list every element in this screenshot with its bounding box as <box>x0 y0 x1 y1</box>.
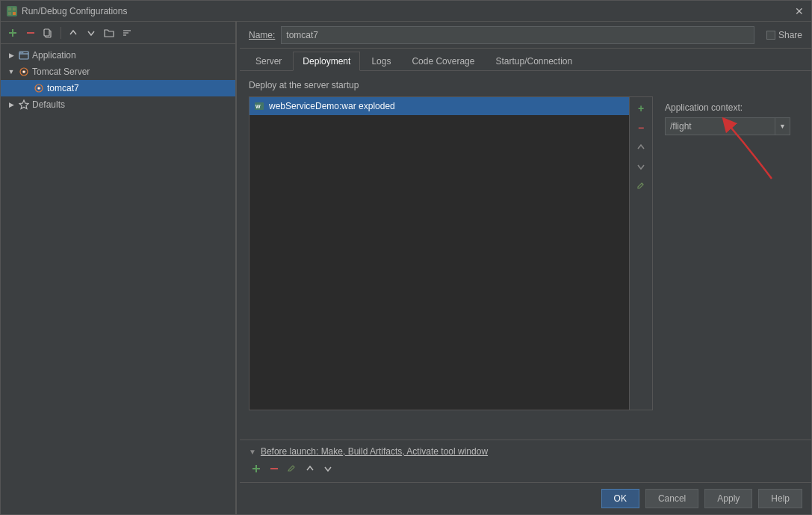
tree-arrow-application: ▶ <box>7 51 16 60</box>
war-icon: W <box>254 101 264 111</box>
move-down-button[interactable] <box>84 25 99 40</box>
before-launch-down-button[interactable] <box>320 461 335 476</box>
svg-rect-2 <box>8 12 11 15</box>
before-launch-edit-button[interactable] <box>285 461 300 476</box>
toolbar-sep-1 <box>61 27 61 39</box>
config-toolbar <box>1 22 235 44</box>
name-label: Name: <box>249 30 275 40</box>
remove-config-button[interactable] <box>23 25 38 40</box>
deploy-add-button[interactable]: + <box>633 100 649 117</box>
tab-code-coverage[interactable]: Code Coverage <box>402 51 484 70</box>
ok-button[interactable]: OK <box>601 489 639 508</box>
add-config-button[interactable] <box>5 25 20 40</box>
title-bar-left: Run/Debug Configurations <box>7 6 127 16</box>
tab-deployment[interactable]: Deployment <box>293 52 360 71</box>
deploy-up-button[interactable] <box>633 139 649 155</box>
tree-arrow-tomcat-server: ▼ <box>7 67 16 76</box>
svg-rect-1 <box>13 7 16 10</box>
bottom-bar: OK Cancel Apply Help <box>240 482 811 514</box>
deploy-item-war[interactable]: W webServiceDemo:war exploded <box>250 97 629 115</box>
before-launch-header: ▼ Before launch: Make, Build Artifacts, … <box>249 446 802 457</box>
title-bar: Run/Debug Configurations ✕ <box>1 1 811 22</box>
deploy-header: Deploy at the server startup <box>249 80 802 90</box>
tomcat-server-icon <box>19 67 29 77</box>
before-launch-add-button[interactable] <box>249 461 264 476</box>
before-launch-section: ▼ Before launch: Make, Build Artifacts, … <box>240 440 811 482</box>
svg-point-16 <box>23 71 25 73</box>
window-icon <box>7 6 17 16</box>
deployment-area: W webServiceDemo:war exploded + − <box>249 96 802 410</box>
cancel-button[interactable]: Cancel <box>645 489 698 508</box>
window-title: Run/Debug Configurations <box>22 6 127 16</box>
svg-rect-3 <box>13 12 16 15</box>
svg-marker-19 <box>19 100 28 109</box>
svg-line-22 <box>642 183 643 185</box>
name-input[interactable] <box>281 26 754 44</box>
sort-button[interactable] <box>120 25 134 40</box>
before-launch-remove-button[interactable] <box>267 461 282 476</box>
svg-point-13 <box>20 52 22 54</box>
deploy-remove-button[interactable]: − <box>633 120 649 136</box>
deploy-side-buttons: + − <box>630 96 653 410</box>
deployment-content: Deploy at the server startup W <box>240 71 811 440</box>
deploy-item-label: webServiceDemo:war exploded <box>269 101 395 111</box>
tree-arrow-defaults: ▶ <box>7 100 16 109</box>
main-content: ▶ Application ▼ <box>1 22 811 514</box>
svg-rect-8 <box>44 29 49 36</box>
before-launch-up-button[interactable] <box>303 461 317 476</box>
before-launch-arrow-icon: ▼ <box>249 448 256 456</box>
app-context-arrow[interactable]: ▼ <box>775 118 790 135</box>
deploy-list: W webServiceDemo:war exploded <box>249 96 630 410</box>
svg-rect-0 <box>8 7 11 10</box>
tree-item-tomcat7[interactable]: tomcat7 <box>1 80 235 96</box>
tomcat7-icon <box>34 83 44 93</box>
tree-label-tomcat7: tomcat7 <box>47 83 79 93</box>
svg-point-14 <box>22 52 24 54</box>
close-button[interactable]: ✕ <box>793 5 805 17</box>
app-context-area: Application context: /flight ▼ <box>653 96 802 410</box>
main-window: Run/Debug Configurations ✕ <box>0 0 812 515</box>
app-context-value: /flight <box>666 121 775 132</box>
tab-startup-connection[interactable]: Startup/Connection <box>486 51 582 70</box>
copy-config-button[interactable] <box>41 25 56 40</box>
tab-logs[interactable]: Logs <box>362 51 400 70</box>
tree-label-defaults: Defaults <box>32 99 65 110</box>
apply-button[interactable]: Apply <box>704 489 752 508</box>
name-bar: Name: Share <box>240 22 811 49</box>
share-label: Share <box>778 30 802 40</box>
defaults-icon <box>19 99 29 110</box>
svg-point-18 <box>38 87 40 90</box>
deploy-down-button[interactable] <box>633 158 649 175</box>
help-button[interactable]: Help <box>758 489 802 508</box>
tree-label-application: Application <box>32 50 76 61</box>
tree-item-application[interactable]: ▶ Application <box>1 47 235 64</box>
svg-text:W: W <box>255 104 261 109</box>
before-launch-label: Before launch: Make, Build Artifacts, Ac… <box>261 446 488 457</box>
app-context-dropdown[interactable]: /flight ▼ <box>665 117 790 135</box>
tree-label-tomcat-server: Tomcat Server <box>32 67 90 77</box>
right-panel: Name: Share Server Deployment Logs Code … <box>240 22 811 514</box>
tab-server[interactable]: Server <box>246 51 291 70</box>
share-area: Share <box>766 30 802 40</box>
share-checkbox[interactable] <box>766 31 775 40</box>
move-up-button[interactable] <box>66 25 81 40</box>
left-panel: ▶ Application ▼ <box>1 22 236 514</box>
application-icon <box>19 50 29 61</box>
folder-button[interactable] <box>102 25 117 40</box>
tree-item-tomcat-server[interactable]: ▼ Tomcat Server <box>1 64 235 80</box>
before-launch-toolbar <box>249 461 802 476</box>
deploy-edit-button[interactable] <box>633 178 649 194</box>
tabs-bar: Server Deployment Logs Code Coverage Sta… <box>240 49 811 71</box>
tree-item-defaults[interactable]: ▶ Defaults <box>1 96 235 113</box>
app-context-label: Application context: <box>665 102 790 113</box>
config-tree: ▶ Application ▼ <box>1 44 235 514</box>
